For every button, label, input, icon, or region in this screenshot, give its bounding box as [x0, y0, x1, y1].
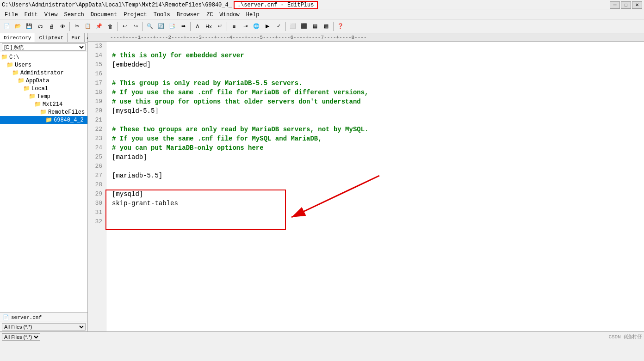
- toolbar-sep-7: [333, 22, 334, 31]
- ruler-text: ----+----1----+----2----+----3----+----4…: [110, 35, 367, 40]
- tree-item[interactable]: 📁Users: [0, 61, 87, 69]
- sidebar-drive: [C:] 系统: [0, 43, 87, 52]
- goto-button[interactable]: ➡: [178, 21, 188, 31]
- menu-zc[interactable]: ZC: [204, 11, 216, 18]
- tree-item-label: Mxt214: [43, 101, 62, 108]
- replace-button[interactable]: 🔄: [156, 21, 166, 31]
- line-numbers: 1314151617181920212223242526272829303132: [88, 42, 106, 331]
- hex-button[interactable]: Hx: [204, 21, 214, 31]
- folder-icon: 📁: [12, 69, 19, 76]
- undo-button[interactable]: ↩: [119, 21, 130, 31]
- highlight-button[interactable]: ✓: [273, 21, 284, 31]
- status-filter-select[interactable]: All Files (*.*): [2, 333, 40, 341]
- ruler: ----+----1----+----2----+----3----+----4…: [88, 33, 644, 42]
- close-button[interactable]: ✕: [632, 1, 642, 9]
- code-line: [embedded]: [112, 60, 644, 69]
- print-button[interactable]: 🖨: [46, 21, 56, 31]
- tab-cliptext[interactable]: Cliptext: [35, 33, 68, 42]
- tab-fur[interactable]: Fur: [68, 33, 85, 42]
- findfiles-button[interactable]: 📑: [167, 21, 177, 31]
- grid-button[interactable]: ▩: [321, 21, 331, 31]
- tree-item[interactable]: 📁69840_4_2: [0, 116, 87, 124]
- line-number: 23: [92, 134, 102, 143]
- maximize-button[interactable]: □: [621, 1, 631, 9]
- tree-item-label: Temp: [37, 93, 50, 100]
- tree-item[interactable]: 📁Temp: [0, 92, 87, 100]
- menu-window[interactable]: Window: [217, 11, 242, 18]
- menu-document[interactable]: Document: [88, 11, 120, 18]
- file-filter-select[interactable]: All Files (*.*): [2, 323, 86, 330]
- line-number: 30: [92, 199, 102, 208]
- monitor-button[interactable]: ⬜: [288, 21, 298, 31]
- line-number: 14: [92, 51, 102, 60]
- title-text: C:\Users\Administrator\AppData\Local\Tem…: [2, 1, 318, 9]
- save-button[interactable]: 💾: [24, 21, 34, 31]
- status-left: All Files (*.*): [2, 333, 40, 341]
- code-line: [112, 217, 644, 226]
- folder-icon: 📁: [1, 54, 8, 61]
- line-number: 24: [92, 143, 102, 153]
- editor-area: ----+----1----+----2----+----3----+----4…: [88, 33, 644, 331]
- paste-button[interactable]: 📌: [94, 21, 104, 31]
- tree-area[interactable]: 📁C:\📁Users📁Administrator📁AppData📁Local📁T…: [0, 52, 87, 312]
- tree-item[interactable]: 📁C:\: [0, 53, 87, 61]
- code-line: [mariadb-5.5]: [112, 171, 644, 180]
- tree-item[interactable]: 📁AppData: [0, 77, 87, 85]
- tree-item[interactable]: 📁Administrator: [0, 69, 87, 77]
- menu-tools[interactable]: Tools: [151, 11, 173, 18]
- menu-help[interactable]: Help: [243, 11, 262, 18]
- file-item[interactable]: 📄server.cnf: [2, 314, 86, 321]
- code-line: # If you use the same .cnf file for Mari…: [112, 88, 644, 97]
- run-button[interactable]: ▶: [262, 21, 272, 31]
- menu-search[interactable]: Search: [61, 11, 87, 18]
- new-button[interactable]: 📄: [2, 21, 12, 31]
- cut-button[interactable]: ✂: [72, 21, 82, 31]
- format-button[interactable]: ≡: [229, 21, 239, 31]
- menu-file[interactable]: File: [2, 11, 21, 18]
- line-number: 16: [92, 69, 102, 79]
- tree-item-label: Users: [15, 62, 31, 68]
- menu-project[interactable]: Project: [121, 11, 149, 18]
- title-path-start: C:\Users\Administrator\AppData\Local\Tem…: [2, 2, 232, 8]
- menu-view[interactable]: View: [42, 11, 61, 18]
- code-lines[interactable]: # this is only for embedded server[embed…: [106, 42, 644, 331]
- code-line: # These two groups are only read by Mari…: [112, 125, 644, 134]
- toolbar-sep-3: [142, 22, 143, 31]
- toolbar-sep-2: [117, 22, 118, 31]
- drive-select[interactable]: [C:] 系统: [2, 43, 86, 51]
- tree-item[interactable]: 📁Mxt214: [0, 100, 87, 108]
- minimize-button[interactable]: ─: [610, 1, 620, 9]
- tree-item[interactable]: 📁Local: [0, 85, 87, 92]
- code-area[interactable]: 1314151617181920212223242526272829303132…: [88, 42, 644, 331]
- line-number: 26: [92, 162, 102, 171]
- code-button[interactable]: ⬛: [299, 21, 309, 31]
- code-line: [112, 116, 644, 125]
- file-filter: All Files (*.*): [0, 322, 87, 331]
- sidebar-tabs: Directory Cliptext Fur ◀ ▶: [0, 33, 87, 43]
- delete-button[interactable]: 🗑: [105, 21, 115, 31]
- tree-item-label: 69840_4_2: [54, 117, 84, 123]
- menu-edit[interactable]: Edit: [22, 11, 41, 18]
- menu-browser[interactable]: Browser: [174, 11, 203, 18]
- folder-icon: 📁: [45, 116, 52, 123]
- indent-button[interactable]: ⇥: [240, 21, 250, 31]
- folder-icon: 📁: [23, 85, 30, 92]
- tree-item[interactable]: 📁RemoteFiles: [0, 108, 87, 116]
- tab-directory[interactable]: Directory: [0, 33, 35, 42]
- save-all-button[interactable]: 🗂: [35, 21, 45, 31]
- wordwrap-button[interactable]: ↵: [215, 21, 225, 31]
- uppercase-button[interactable]: A: [192, 21, 203, 31]
- preview-button[interactable]: 👁: [57, 21, 68, 31]
- code-line: [112, 208, 644, 217]
- extra-button[interactable]: ▦: [310, 21, 320, 31]
- open-button[interactable]: 📂: [13, 21, 23, 31]
- line-number: 15: [92, 60, 102, 69]
- toolbar-sep-6: [285, 22, 286, 31]
- help-toolbar-button[interactable]: ❓: [335, 21, 346, 31]
- line-number: 18: [92, 88, 102, 97]
- copy-button[interactable]: 📋: [83, 21, 93, 31]
- redo-button[interactable]: ↪: [130, 21, 141, 31]
- find-button[interactable]: 🔍: [145, 21, 155, 31]
- browser-btn[interactable]: 🌐: [251, 21, 261, 31]
- file-item-label: server.cnf: [11, 315, 42, 320]
